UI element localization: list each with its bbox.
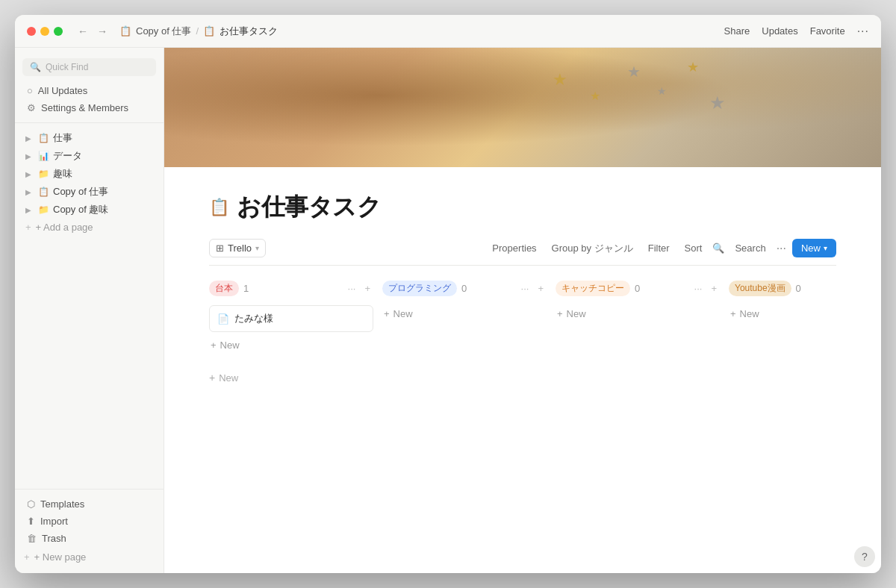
board-column-programming: プログラミング 0 ··· + + New (382, 278, 547, 354)
settings-icon: ⚙ (27, 102, 36, 113)
view-selector-button[interactable]: ⊞ Trello ▾ (209, 239, 266, 257)
filter-button[interactable]: Filter (644, 240, 674, 256)
sidebar-item-trash[interactable]: 🗑 Trash (18, 530, 161, 547)
column-tag-daihon: 台本 (209, 281, 239, 296)
sidebar-page-shigoto[interactable]: ▶ 📋 仕事 (18, 129, 161, 147)
column-tag-catchcopy: キャッチコピー (556, 281, 630, 296)
add-new-label-2: New (393, 308, 413, 319)
column-add-button-catchcopy[interactable]: + (708, 282, 720, 295)
sort-button[interactable]: Sort (680, 240, 707, 256)
star-decoration-2: ★ (590, 89, 600, 103)
page-title-row: 📋 お仕事タスク (209, 191, 836, 224)
board-bottom-new[interactable]: + New (209, 372, 836, 384)
search-icon: 🔍 (30, 62, 41, 72)
sidebar-item-settings-label: Settings & Members (41, 102, 128, 113)
arrow-icon-1: ▶ (25, 134, 34, 143)
updates-icon: ○ (27, 85, 33, 96)
titlebar: ← → 📋 Copy of 仕事 / 📋 お仕事タスク Share Update… (15, 15, 881, 48)
arrow-icon-2: ▶ (25, 152, 34, 160)
search-button[interactable]: Search (730, 240, 770, 256)
page-label-4: Copy of 仕事 (53, 185, 108, 198)
sidebar-item-import[interactable]: ⬆ Import (18, 513, 161, 530)
close-button[interactable] (27, 27, 36, 36)
trash-label: Trash (42, 533, 66, 544)
minimize-button[interactable] (40, 27, 49, 36)
main-layout: 🔍 Quick Find ○ All Updates ⚙ Settings & … (15, 48, 881, 573)
sidebar-page-copy-hobbies[interactable]: ▶ 📁 Copy of 趣味 (18, 201, 161, 219)
import-label: Import (40, 516, 68, 527)
quick-find-button[interactable]: 🔍 Quick Find (22, 58, 156, 76)
board-column-youtube: Youtube漫画 0 ··· + + New (729, 278, 836, 354)
arrow-icon-3: ▶ (25, 170, 34, 178)
view-selector-label: Trello (228, 243, 252, 254)
more-options-button[interactable]: ··· (857, 25, 869, 38)
favorite-button[interactable]: Favorite (810, 25, 845, 37)
column-add-button-daihon[interactable]: + (361, 282, 373, 295)
group-by-button[interactable]: Group by ジャンル (547, 240, 638, 257)
page-label-3: 趣味 (53, 167, 72, 181)
app-window: ← → 📋 Copy of 仕事 / 📋 お仕事タスク Share Update… (15, 15, 881, 573)
titlebar-actions: Share Updates Favorite ··· (724, 25, 869, 38)
page-icon-5: 📁 (38, 204, 49, 215)
column-count-youtube: 0 (796, 283, 801, 294)
column-header-youtube: Youtube漫画 0 ··· + (729, 278, 836, 299)
star-decoration-3: ★ (627, 63, 641, 81)
sidebar-item-settings[interactable]: ⚙ Settings & Members (18, 99, 161, 116)
sidebar-item-updates[interactable]: ○ All Updates (18, 82, 161, 99)
page-title: お仕事タスク (237, 191, 381, 224)
properties-button[interactable]: Properties (488, 240, 541, 256)
updates-button[interactable]: Updates (762, 25, 797, 37)
new-page-label: + New page (34, 551, 87, 563)
column-tag-youtube: Youtube漫画 (729, 281, 791, 296)
card-icon-1: 📄 (217, 313, 229, 325)
more-toolbar-icon[interactable]: ··· (777, 242, 786, 255)
add-new-programming[interactable]: + New (382, 305, 547, 322)
sidebar: 🔍 Quick Find ○ All Updates ⚙ Settings & … (15, 48, 164, 573)
new-chevron-icon: ▾ (824, 244, 827, 252)
forward-button[interactable]: → (94, 24, 111, 39)
add-new-catchcopy[interactable]: + New (556, 305, 720, 322)
sidebar-page-copy-shigoto[interactable]: ▶ 📋 Copy of 仕事 (18, 183, 161, 201)
sidebar-item-templates[interactable]: ⬡ Templates (18, 495, 161, 513)
star-decoration-1: ★ (553, 70, 567, 90)
breadcrumb-item-2[interactable]: お仕事タスク (220, 25, 278, 38)
view-toolbar: ⊞ Trello ▾ Properties Group by ジャンル Filt… (209, 239, 836, 266)
board-card-taminasama[interactable]: 📄 たみな様 (209, 305, 373, 332)
new-button[interactable]: New ▾ (792, 239, 836, 257)
column-more-button-catchcopy[interactable]: ··· (691, 282, 706, 295)
help-button[interactable]: ? (854, 546, 875, 567)
star-decoration-6: ★ (709, 93, 726, 113)
back-button[interactable]: ← (75, 24, 91, 39)
add-page-button[interactable]: + + Add a page (18, 219, 161, 236)
breadcrumb: 📋 Copy of 仕事 / 📋 お仕事タスク (119, 25, 278, 38)
page-content: 📋 お仕事タスク ⊞ Trello ▾ Properties Group by … (164, 167, 881, 573)
new-label: New (801, 243, 821, 254)
trello-icon: ⊞ (216, 243, 224, 254)
add-new-label-1: New (220, 340, 240, 351)
add-new-youtube[interactable]: + New (729, 305, 836, 322)
sidebar-page-hobbies[interactable]: ▶ 📁 趣味 (18, 165, 161, 183)
share-button[interactable]: Share (724, 25, 750, 37)
add-page-label: + Add a page (36, 222, 93, 233)
column-more-button-daihon[interactable]: ··· (345, 282, 359, 295)
column-add-button-programming[interactable]: + (535, 282, 547, 295)
column-actions-catchcopy: ··· + (691, 282, 720, 295)
sidebar-divider-1 (15, 122, 164, 123)
templates-label: Templates (40, 498, 84, 510)
arrow-icon-5: ▶ (25, 206, 34, 214)
bottom-new-icon: + (209, 372, 215, 384)
breadcrumb-item-1[interactable]: Copy of 仕事 (136, 25, 191, 38)
sidebar-page-data[interactable]: ▶ 📊 データ (18, 147, 161, 165)
maximize-button[interactable] (54, 27, 63, 36)
new-page-button[interactable]: + + New page (15, 547, 164, 567)
column-more-button-programming[interactable]: ··· (518, 282, 532, 295)
column-actions-programming: ··· + (518, 282, 547, 295)
add-new-label-3: New (567, 308, 586, 319)
column-header-programming: プログラミング 0 ··· + (382, 278, 547, 299)
add-new-label-4: New (740, 308, 759, 319)
page-icon-2: 📊 (38, 151, 49, 161)
add-new-daihon[interactable]: + New (209, 337, 373, 354)
content-area: ★ ★ ★ ★ ★ ★ 📋 お仕事タスク ⊞ Trello (164, 48, 881, 573)
add-new-icon-2: + (384, 308, 390, 319)
column-header-catchcopy: キャッチコピー 0 ··· + (556, 278, 720, 299)
